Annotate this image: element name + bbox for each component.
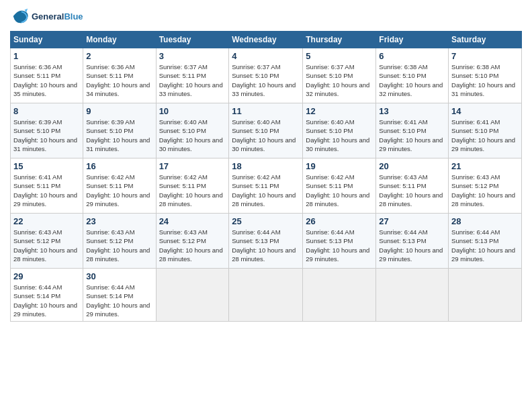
day-number: 20	[379, 161, 445, 171]
calendar-cell: 11Sunrise: 6:40 AMSunset: 5:10 PMDayligh…	[229, 103, 303, 158]
day-info: Sunrise: 6:44 AMSunset: 5:13 PMDaylight:…	[451, 228, 519, 263]
day-info: Sunrise: 6:40 AMSunset: 5:10 PMDaylight:…	[306, 118, 373, 153]
calendar-cell: 8Sunrise: 6:39 AMSunset: 5:10 PMDaylight…	[11, 103, 83, 158]
day-info: Sunrise: 6:44 AMSunset: 5:14 PMDaylight:…	[86, 283, 152, 318]
calendar-cell: 7Sunrise: 6:38 AMSunset: 5:10 PMDaylight…	[449, 48, 522, 103]
calendar-cell: 17Sunrise: 6:42 AMSunset: 5:11 PMDayligh…	[156, 158, 229, 214]
page: GeneralBlue SundayMondayTuesdayWednesday…	[0, 0, 532, 411]
day-number: 3	[159, 51, 226, 61]
day-info: Sunrise: 6:43 AMSunset: 5:12 PMDaylight:…	[159, 228, 226, 263]
calendar-cell: 23Sunrise: 6:43 AMSunset: 5:12 PMDayligh…	[83, 214, 156, 269]
calendar-cell: 6Sunrise: 6:38 AMSunset: 5:10 PMDaylight…	[376, 48, 449, 103]
day-info: Sunrise: 6:39 AMSunset: 5:10 PMDaylight:…	[86, 118, 152, 153]
calendar-row-1: 1Sunrise: 6:36 AMSunset: 5:11 PMDaylight…	[11, 48, 522, 103]
logo: GeneralBlue	[10, 7, 83, 26]
header: GeneralBlue	[10, 7, 522, 26]
day-number: 12	[306, 106, 373, 116]
calendar-cell: 10Sunrise: 6:40 AMSunset: 5:10 PMDayligh…	[156, 103, 229, 158]
calendar: SundayMondayTuesdayWednesdayThursdayFrid…	[10, 31, 522, 322]
calendar-row-4: 22Sunrise: 6:43 AMSunset: 5:12 PMDayligh…	[11, 214, 522, 269]
day-number: 29	[13, 271, 80, 281]
calendar-cell: 2Sunrise: 6:36 AMSunset: 5:11 PMDaylight…	[83, 48, 156, 103]
day-info: Sunrise: 6:36 AMSunset: 5:11 PMDaylight:…	[13, 62, 80, 98]
day-number: 10	[159, 106, 226, 116]
day-info: Sunrise: 6:43 AMSunset: 5:11 PMDaylight:…	[379, 173, 445, 208]
day-number: 23	[86, 216, 152, 226]
day-number: 9	[86, 106, 152, 116]
calendar-cell: 20Sunrise: 6:43 AMSunset: 5:11 PMDayligh…	[376, 158, 449, 214]
day-number: 7	[451, 51, 519, 61]
calendar-cell: 14Sunrise: 6:41 AMSunset: 5:10 PMDayligh…	[449, 103, 522, 158]
day-number: 4	[232, 51, 300, 61]
day-info: Sunrise: 6:36 AMSunset: 5:11 PMDaylight:…	[86, 62, 152, 98]
calendar-cell: 1Sunrise: 6:36 AMSunset: 5:11 PMDaylight…	[11, 48, 83, 103]
day-number: 30	[86, 271, 152, 281]
day-number: 22	[13, 216, 80, 226]
day-info: Sunrise: 6:42 AMSunset: 5:11 PMDaylight:…	[159, 173, 226, 208]
calendar-cell: 9Sunrise: 6:39 AMSunset: 5:10 PMDaylight…	[83, 103, 156, 158]
weekday-header-tuesday: Tuesday	[156, 32, 229, 48]
day-number: 1	[13, 51, 80, 61]
day-number: 21	[451, 161, 519, 171]
weekday-header-saturday: Saturday	[449, 32, 522, 48]
day-info: Sunrise: 6:43 AMSunset: 5:12 PMDaylight:…	[451, 173, 519, 208]
calendar-cell: 3Sunrise: 6:37 AMSunset: 5:11 PMDaylight…	[156, 48, 229, 103]
day-info: Sunrise: 6:44 AMSunset: 5:13 PMDaylight:…	[379, 228, 445, 263]
weekday-header-wednesday: Wednesday	[229, 32, 303, 48]
logo-icon	[10, 7, 29, 26]
calendar-cell: 18Sunrise: 6:42 AMSunset: 5:11 PMDayligh…	[229, 158, 303, 214]
day-number: 14	[451, 106, 519, 116]
calendar-cell: 28Sunrise: 6:44 AMSunset: 5:13 PMDayligh…	[449, 214, 522, 269]
calendar-row-3: 15Sunrise: 6:41 AMSunset: 5:11 PMDayligh…	[11, 158, 522, 214]
day-number: 6	[379, 51, 445, 61]
day-number: 16	[86, 161, 152, 171]
calendar-row-2: 8Sunrise: 6:39 AMSunset: 5:10 PMDaylight…	[11, 103, 522, 158]
calendar-cell: 25Sunrise: 6:44 AMSunset: 5:13 PMDayligh…	[229, 214, 303, 269]
day-number: 24	[159, 216, 226, 226]
calendar-cell: 29Sunrise: 6:44 AMSunset: 5:14 PMDayligh…	[11, 269, 83, 322]
calendar-cell	[376, 269, 449, 322]
day-number: 26	[306, 216, 373, 226]
calendar-cell: 13Sunrise: 6:41 AMSunset: 5:10 PMDayligh…	[376, 103, 449, 158]
day-info: Sunrise: 6:37 AMSunset: 5:10 PMDaylight:…	[232, 62, 300, 98]
day-info: Sunrise: 6:42 AMSunset: 5:11 PMDaylight:…	[86, 173, 152, 208]
day-info: Sunrise: 6:40 AMSunset: 5:10 PMDaylight:…	[159, 118, 226, 153]
calendar-row-5: 29Sunrise: 6:44 AMSunset: 5:14 PMDayligh…	[11, 269, 522, 322]
day-number: 2	[86, 51, 152, 61]
day-number: 11	[232, 106, 300, 116]
calendar-cell: 5Sunrise: 6:37 AMSunset: 5:10 PMDaylight…	[303, 48, 376, 103]
day-info: Sunrise: 6:42 AMSunset: 5:11 PMDaylight:…	[306, 173, 373, 208]
weekday-header-thursday: Thursday	[303, 32, 376, 48]
calendar-cell: 16Sunrise: 6:42 AMSunset: 5:11 PMDayligh…	[83, 158, 156, 214]
calendar-cell: 30Sunrise: 6:44 AMSunset: 5:14 PMDayligh…	[83, 269, 156, 322]
day-info: Sunrise: 6:41 AMSunset: 5:10 PMDaylight:…	[379, 118, 445, 153]
day-info: Sunrise: 6:37 AMSunset: 5:10 PMDaylight:…	[306, 62, 373, 98]
day-number: 8	[13, 106, 80, 116]
day-number: 19	[306, 161, 373, 171]
day-info: Sunrise: 6:42 AMSunset: 5:11 PMDaylight:…	[232, 173, 300, 208]
day-number: 17	[159, 161, 226, 171]
calendar-cell	[303, 269, 376, 322]
calendar-cell: 21Sunrise: 6:43 AMSunset: 5:12 PMDayligh…	[449, 158, 522, 214]
calendar-cell	[156, 269, 229, 322]
day-info: Sunrise: 6:38 AMSunset: 5:10 PMDaylight:…	[451, 62, 519, 98]
calendar-cell: 22Sunrise: 6:43 AMSunset: 5:12 PMDayligh…	[11, 214, 83, 269]
day-number: 13	[379, 106, 445, 116]
day-number: 27	[379, 216, 445, 226]
calendar-cell: 4Sunrise: 6:37 AMSunset: 5:10 PMDaylight…	[229, 48, 303, 103]
calendar-cell: 19Sunrise: 6:42 AMSunset: 5:11 PMDayligh…	[303, 158, 376, 214]
logo-text: GeneralBlue	[32, 11, 83, 21]
day-number: 15	[13, 161, 80, 171]
day-number: 28	[451, 216, 519, 226]
day-info: Sunrise: 6:38 AMSunset: 5:10 PMDaylight:…	[379, 62, 445, 98]
weekday-header-sunday: Sunday	[11, 32, 83, 48]
calendar-cell	[229, 269, 303, 322]
weekday-header-friday: Friday	[376, 32, 449, 48]
calendar-cell: 27Sunrise: 6:44 AMSunset: 5:13 PMDayligh…	[376, 214, 449, 269]
weekday-header-monday: Monday	[83, 32, 156, 48]
calendar-cell: 26Sunrise: 6:44 AMSunset: 5:13 PMDayligh…	[303, 214, 376, 269]
calendar-cell: 24Sunrise: 6:43 AMSunset: 5:12 PMDayligh…	[156, 214, 229, 269]
calendar-cell: 15Sunrise: 6:41 AMSunset: 5:11 PMDayligh…	[11, 158, 83, 214]
day-number: 25	[232, 216, 300, 226]
day-info: Sunrise: 6:41 AMSunset: 5:11 PMDaylight:…	[13, 173, 80, 208]
